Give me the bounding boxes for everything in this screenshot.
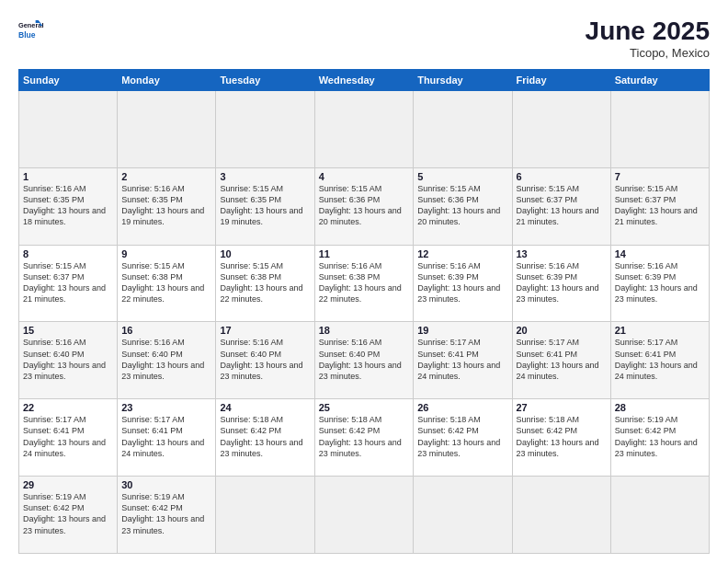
calendar-cell — [216, 91, 314, 168]
day-info: Sunrise: 5:15 AMSunset: 6:35 PMDaylight:… — [220, 183, 310, 228]
day-info: Sunrise: 5:15 AMSunset: 6:37 PMDaylight:… — [23, 260, 113, 305]
calendar-cell: 14Sunrise: 5:16 AMSunset: 6:39 PMDayligh… — [610, 245, 709, 322]
calendar-cell — [610, 477, 709, 554]
calendar-week-row: 29Sunrise: 5:19 AMSunset: 6:42 PMDayligh… — [19, 477, 710, 554]
calendar-cell: 7Sunrise: 5:15 AMSunset: 6:37 PMDaylight… — [610, 167, 709, 245]
day-number: 6 — [517, 171, 607, 182]
location: Ticopo, Mexico — [586, 46, 710, 60]
day-number: 11 — [319, 248, 409, 259]
day-number: 23 — [121, 402, 211, 413]
calendar-cell — [314, 477, 413, 554]
day-number: 7 — [615, 171, 705, 182]
day-number: 5 — [417, 171, 507, 182]
calendar-cell — [414, 477, 512, 554]
logo-icon: General Blue — [18, 17, 44, 42]
col-tuesday: Tuesday — [216, 70, 314, 91]
day-number: 18 — [319, 325, 409, 336]
title-block: June 2025 Ticopo, Mexico — [586, 17, 710, 60]
calendar-cell: 16Sunrise: 5:16 AMSunset: 6:40 PMDayligh… — [118, 322, 216, 399]
calendar-cell — [512, 477, 610, 554]
calendar-cell — [118, 91, 216, 168]
col-thursday: Thursday — [414, 70, 512, 91]
col-saturday: Saturday — [610, 70, 709, 91]
day-info: Sunrise: 5:16 AMSunset: 6:35 PMDaylight:… — [121, 183, 211, 228]
calendar-cell: 20Sunrise: 5:17 AMSunset: 6:41 PMDayligh… — [512, 322, 610, 399]
calendar-cell: 9Sunrise: 5:15 AMSunset: 6:38 PMDaylight… — [118, 245, 216, 322]
day-info: Sunrise: 5:17 AMSunset: 6:41 PMDaylight:… — [121, 414, 211, 459]
day-number: 30 — [121, 479, 211, 490]
day-info: Sunrise: 5:19 AMSunset: 6:42 PMDaylight:… — [615, 414, 705, 459]
calendar-cell: 4Sunrise: 5:15 AMSunset: 6:36 PMDaylight… — [314, 167, 413, 245]
day-number: 10 — [220, 248, 310, 259]
day-info: Sunrise: 5:16 AMSunset: 6:40 PMDaylight:… — [121, 337, 211, 382]
day-number: 26 — [417, 402, 507, 413]
day-number: 8 — [23, 248, 113, 259]
day-number: 12 — [417, 248, 507, 259]
calendar-cell: 23Sunrise: 5:17 AMSunset: 6:41 PMDayligh… — [118, 399, 216, 477]
day-info: Sunrise: 5:18 AMSunset: 6:42 PMDaylight:… — [220, 414, 310, 459]
calendar-cell: 19Sunrise: 5:17 AMSunset: 6:41 PMDayligh… — [414, 322, 512, 399]
page: General Blue June 2025 Ticopo, Mexico Su… — [0, 0, 728, 563]
calendar-week-row — [19, 91, 710, 168]
day-info: Sunrise: 5:19 AMSunset: 6:42 PMDaylight:… — [121, 491, 211, 536]
day-number: 17 — [220, 325, 310, 336]
calendar-cell: 1Sunrise: 5:16 AMSunset: 6:35 PMDaylight… — [19, 167, 118, 245]
col-sunday: Sunday — [19, 70, 118, 91]
calendar-cell: 21Sunrise: 5:17 AMSunset: 6:41 PMDayligh… — [610, 322, 709, 399]
calendar-cell: 10Sunrise: 5:15 AMSunset: 6:38 PMDayligh… — [216, 245, 314, 322]
day-info: Sunrise: 5:15 AMSunset: 6:38 PMDaylight:… — [220, 260, 310, 305]
day-number: 3 — [220, 171, 310, 182]
day-info: Sunrise: 5:19 AMSunset: 6:42 PMDaylight:… — [23, 491, 113, 536]
calendar-cell: 15Sunrise: 5:16 AMSunset: 6:40 PMDayligh… — [19, 322, 118, 399]
day-info: Sunrise: 5:16 AMSunset: 6:39 PMDaylight:… — [517, 260, 607, 305]
day-info: Sunrise: 5:16 AMSunset: 6:40 PMDaylight:… — [23, 337, 113, 382]
day-info: Sunrise: 5:18 AMSunset: 6:42 PMDaylight:… — [319, 414, 409, 459]
day-info: Sunrise: 5:15 AMSunset: 6:37 PMDaylight:… — [517, 183, 607, 228]
calendar-cell: 26Sunrise: 5:18 AMSunset: 6:42 PMDayligh… — [414, 399, 512, 477]
day-info: Sunrise: 5:18 AMSunset: 6:42 PMDaylight:… — [417, 414, 507, 459]
day-info: Sunrise: 5:16 AMSunset: 6:40 PMDaylight:… — [220, 337, 310, 382]
day-info: Sunrise: 5:15 AMSunset: 6:36 PMDaylight:… — [417, 183, 507, 228]
day-number: 16 — [121, 325, 211, 336]
calendar-cell: 24Sunrise: 5:18 AMSunset: 6:42 PMDayligh… — [216, 399, 314, 477]
day-info: Sunrise: 5:17 AMSunset: 6:41 PMDaylight:… — [615, 337, 705, 382]
day-number: 19 — [417, 325, 507, 336]
calendar-week-row: 15Sunrise: 5:16 AMSunset: 6:40 PMDayligh… — [19, 322, 710, 399]
day-info: Sunrise: 5:16 AMSunset: 6:38 PMDaylight:… — [319, 260, 409, 305]
day-info: Sunrise: 5:17 AMSunset: 6:41 PMDaylight:… — [23, 414, 113, 459]
calendar-week-row: 22Sunrise: 5:17 AMSunset: 6:41 PMDayligh… — [19, 399, 710, 477]
day-number: 25 — [319, 402, 409, 413]
day-info: Sunrise: 5:18 AMSunset: 6:42 PMDaylight:… — [517, 414, 607, 459]
day-info: Sunrise: 5:16 AMSunset: 6:35 PMDaylight:… — [23, 183, 113, 228]
day-number: 14 — [615, 248, 705, 259]
day-info: Sunrise: 5:16 AMSunset: 6:39 PMDaylight:… — [417, 260, 507, 305]
calendar-cell: 22Sunrise: 5:17 AMSunset: 6:41 PMDayligh… — [19, 399, 118, 477]
calendar-cell: 8Sunrise: 5:15 AMSunset: 6:37 PMDaylight… — [19, 245, 118, 322]
day-number: 9 — [121, 248, 211, 259]
day-number: 22 — [23, 402, 113, 413]
calendar-cell: 6Sunrise: 5:15 AMSunset: 6:37 PMDaylight… — [512, 167, 610, 245]
calendar-week-row: 1Sunrise: 5:16 AMSunset: 6:35 PMDaylight… — [19, 167, 710, 245]
col-wednesday: Wednesday — [314, 70, 413, 91]
day-info: Sunrise: 5:17 AMSunset: 6:41 PMDaylight:… — [417, 337, 507, 382]
calendar-cell: 18Sunrise: 5:16 AMSunset: 6:40 PMDayligh… — [314, 322, 413, 399]
logo: General Blue — [18, 17, 44, 42]
day-number: 21 — [615, 325, 705, 336]
calendar-cell — [610, 91, 709, 168]
day-info: Sunrise: 5:15 AMSunset: 6:36 PMDaylight:… — [319, 183, 409, 228]
day-info: Sunrise: 5:16 AMSunset: 6:40 PMDaylight:… — [319, 337, 409, 382]
day-info: Sunrise: 5:15 AMSunset: 6:38 PMDaylight:… — [121, 260, 211, 305]
calendar-cell: 2Sunrise: 5:16 AMSunset: 6:35 PMDaylight… — [118, 167, 216, 245]
calendar-cell: 30Sunrise: 5:19 AMSunset: 6:42 PMDayligh… — [118, 477, 216, 554]
calendar-cell: 17Sunrise: 5:16 AMSunset: 6:40 PMDayligh… — [216, 322, 314, 399]
calendar-cell: 28Sunrise: 5:19 AMSunset: 6:42 PMDayligh… — [610, 399, 709, 477]
calendar-cell — [512, 91, 610, 168]
calendar-cell: 13Sunrise: 5:16 AMSunset: 6:39 PMDayligh… — [512, 245, 610, 322]
day-number: 29 — [23, 479, 113, 490]
day-number: 20 — [517, 325, 607, 336]
calendar-cell — [19, 91, 118, 168]
calendar-table: Sunday Monday Tuesday Wednesday Thursday… — [18, 69, 710, 554]
calendar-cell: 25Sunrise: 5:18 AMSunset: 6:42 PMDayligh… — [314, 399, 413, 477]
calendar-cell: 5Sunrise: 5:15 AMSunset: 6:36 PMDaylight… — [414, 167, 512, 245]
svg-text:Blue: Blue — [18, 30, 36, 40]
